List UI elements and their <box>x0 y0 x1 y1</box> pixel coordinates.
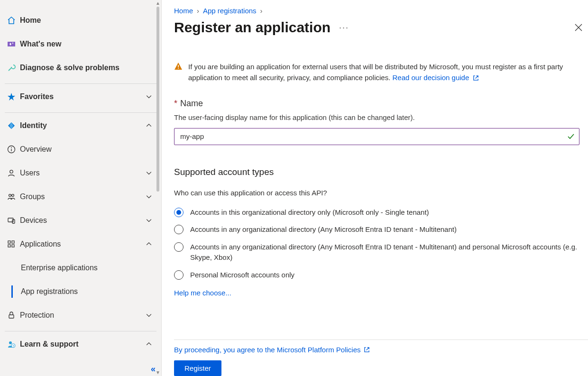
chevron-down-icon <box>143 217 155 224</box>
home-icon <box>4 16 19 25</box>
warning-icon <box>174 62 183 83</box>
sparkle-icon <box>4 39 19 49</box>
account-type-option-2[interactable]: Accounts in any organizational directory… <box>174 242 584 263</box>
chevron-up-icon <box>143 340 155 348</box>
sidebar-item-favorites[interactable]: Favorites <box>0 85 161 109</box>
chevron-down-icon <box>143 169 155 177</box>
scroll-thumb[interactable] <box>156 7 159 192</box>
scroll-down-icon: ▼ <box>156 370 160 375</box>
account-type-option-3[interactable]: Personal Microsoft accounts only <box>174 270 584 281</box>
sidebar-item-protection[interactable]: Protection <box>0 303 161 327</box>
sidebar: HomeWhat's newDiagnose & solve problemsF… <box>0 0 162 376</box>
sidebar-item-label: Favorites <box>20 92 143 101</box>
sidebar-divider <box>5 83 156 84</box>
radio-button[interactable] <box>174 270 184 280</box>
app-name-input[interactable] <box>174 128 579 145</box>
sidebar-item-label: Devices <box>20 216 143 225</box>
main-content: Home › App registrations › Register an a… <box>162 0 588 376</box>
radio-button[interactable] <box>174 208 184 217</box>
svg-rect-11 <box>12 245 14 247</box>
sidebar-item-label: Enterprise applications <box>21 264 98 272</box>
sidebar-item-label: Protection <box>20 311 143 320</box>
sidebar-item-home[interactable]: Home <box>0 9 161 32</box>
svg-point-5 <box>12 194 14 197</box>
more-actions-icon[interactable]: ··· <box>339 23 349 33</box>
chevron-down-icon <box>143 312 155 319</box>
device-icon <box>4 216 19 225</box>
close-button[interactable] <box>573 22 584 33</box>
sidebar-item-diagnose-solve-problems[interactable]: Diagnose & solve problems <box>0 56 161 80</box>
sidebar-divider <box>5 112 156 113</box>
sidebar-divider <box>5 331 156 331</box>
info-icon <box>4 145 19 154</box>
sidebar-item-label: Learn & support <box>20 340 143 348</box>
breadcrumb-sep: › <box>197 7 199 15</box>
sidebar-item-label: Groups <box>20 193 143 201</box>
sidebar-item-label: Identity <box>20 121 143 130</box>
account-types-question: Who can use this application or access t… <box>174 189 584 197</box>
svg-rect-9 <box>12 241 14 243</box>
sidebar-item-what-s-new[interactable]: What's new <box>0 32 161 56</box>
external-link-icon <box>364 347 370 353</box>
required-marker: * <box>174 99 177 109</box>
svg-point-2 <box>11 147 12 148</box>
radio-label: Accounts in any organizational directory… <box>190 224 457 235</box>
footer: By proceeding, you agree to the Microsof… <box>174 339 588 376</box>
chevron-up-icon <box>143 240 155 248</box>
breadcrumb-home[interactable]: Home <box>174 7 193 15</box>
wrench-icon <box>4 63 19 73</box>
svg-point-4 <box>9 194 11 197</box>
sidebar-subitem-app-registrations[interactable]: App registrations <box>0 280 161 303</box>
svg-rect-17 <box>178 68 179 69</box>
svg-rect-8 <box>8 241 10 243</box>
external-link-icon <box>473 75 479 81</box>
sidebar-item-label: Overview <box>20 145 155 154</box>
chevron-down-icon <box>143 93 155 101</box>
sidebar-subitem-enterprise-applications[interactable]: Enterprise applications <box>0 256 161 280</box>
chevron-down-icon <box>143 193 155 201</box>
valid-check-icon <box>567 133 575 140</box>
svg-text:?: ? <box>12 345 14 348</box>
sidebar-item-label: What's new <box>20 40 155 48</box>
warning-alert: If you are building an application for e… <box>174 61 584 83</box>
star-icon <box>4 92 19 101</box>
radio-button[interactable] <box>174 242 184 252</box>
page-title: Register an application <box>174 19 331 36</box>
user-icon <box>4 168 19 178</box>
radio-label: Personal Microsoft accounts only <box>190 270 294 281</box>
sidebar-item-devices[interactable]: Devices <box>0 209 161 232</box>
sidebar-scrollbar[interactable]: ▲ ▼ <box>155 0 161 376</box>
person-q-icon: ? <box>4 339 19 349</box>
account-type-option-0[interactable]: Accounts in this organizational director… <box>174 207 584 218</box>
svg-point-13 <box>9 341 12 344</box>
sidebar-item-identity[interactable]: Identity <box>0 114 161 138</box>
radio-button[interactable] <box>174 225 184 234</box>
sidebar-item-label: Applications <box>20 240 143 248</box>
breadcrumb-sep: › <box>260 7 263 15</box>
sidebar-item-label: Diagnose & solve problems <box>20 64 155 72</box>
sidebar-item-applications[interactable]: Applications <box>0 232 161 256</box>
sidebar-item-overview[interactable]: Overview <box>0 138 161 161</box>
platform-policies-link[interactable]: By proceeding, you agree to the Microsof… <box>174 346 370 354</box>
breadcrumb-app-registrations[interactable]: App registrations <box>203 7 257 15</box>
diamond-icon <box>4 121 19 130</box>
sidebar-item-users[interactable]: Users <box>0 161 161 185</box>
svg-rect-12 <box>9 315 14 318</box>
decision-guide-link[interactable]: Read our decision guide <box>392 73 479 82</box>
help-me-choose-link[interactable]: Help me choose... <box>174 289 231 297</box>
sidebar-item-groups[interactable]: Groups <box>0 185 161 209</box>
sidebar-item-label: Users <box>20 169 143 177</box>
svg-point-3 <box>10 170 13 173</box>
radio-label: Accounts in this organizational director… <box>190 207 429 218</box>
sidebar-item-label: Home <box>20 16 155 25</box>
account-type-option-1[interactable]: Accounts in any organizational directory… <box>174 224 584 235</box>
collapse-sidebar-button[interactable]: « <box>151 364 154 374</box>
name-description: The user-facing display name for this ap… <box>174 113 584 121</box>
register-button[interactable]: Register <box>174 360 221 376</box>
close-icon <box>575 24 582 31</box>
group-icon <box>4 192 19 202</box>
alert-text: If you are building an application for e… <box>188 63 563 82</box>
account-types-radiogroup: Accounts in this organizational director… <box>174 207 584 281</box>
sidebar-item-learn-support[interactable]: ?Learn & support <box>0 332 161 356</box>
account-types-heading: Supported account types <box>174 167 584 177</box>
